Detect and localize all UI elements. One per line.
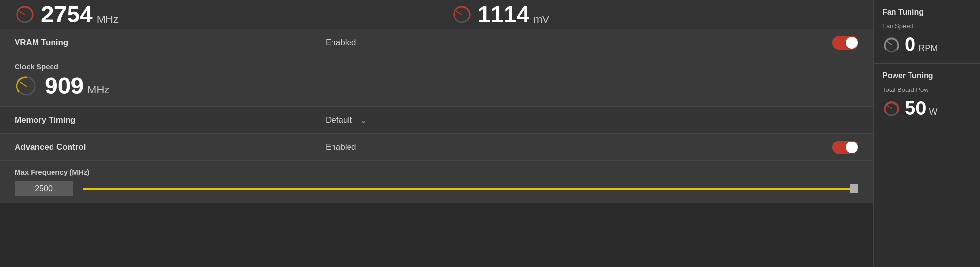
voltage-unit: mV (533, 13, 549, 29)
fan-speed-value: 0 (905, 34, 915, 55)
advanced-control-toggle-thumb (846, 142, 858, 153)
power-tuning-title: Power Tuning (882, 71, 971, 80)
vram-tuning-row: VRAM Tuning Enabled (0, 29, 873, 56)
fan-speed-unit: RPM (918, 43, 938, 55)
gpu-clock-value: 2754 (41, 3, 93, 26)
clock-speed-dial-icon (15, 74, 38, 98)
svg-line-1 (19, 11, 25, 15)
fan-speed-label: Fan Speed (882, 22, 971, 30)
vram-tuning-toggle[interactable] (832, 36, 858, 50)
voltage-block: 1114 mV (437, 0, 874, 29)
total-board-power-value: 50 (905, 97, 927, 119)
fan-tuning-title: Fan Tuning (882, 8, 971, 17)
slider-track (83, 188, 858, 190)
advanced-control-value-text: Enabled (326, 142, 356, 152)
slider-track-wrapper[interactable] (83, 187, 858, 191)
gpu-clock-unit: MHz (97, 13, 119, 29)
svg-line-7 (887, 42, 892, 45)
advanced-control-value-container: Enabled (326, 141, 858, 154)
svg-line-5 (20, 82, 26, 86)
max-frequency-row: Max Frequency (MHz) (0, 161, 873, 203)
right-sidebar: Fan Tuning Fan Speed 0 RPM Power Tuning … (873, 0, 980, 267)
total-board-power-dial-icon (882, 99, 901, 118)
memory-timing-value-text: Default (326, 115, 352, 125)
advanced-control-label: Advanced Control (15, 142, 326, 152)
voltage-value: 1114 (478, 3, 530, 26)
clock-speed-label: Clock Speed (15, 62, 858, 71)
advanced-control-row: Advanced Control Enabled (0, 134, 873, 161)
vram-tuning-toggle-thumb (846, 37, 858, 49)
slider-thumb[interactable] (850, 184, 858, 193)
svg-line-3 (456, 11, 462, 15)
fan-speed-dial-icon (882, 36, 901, 54)
advanced-control-toggle[interactable] (832, 141, 858, 154)
memory-timing-label: Memory Timing (15, 115, 326, 125)
left-panel: 2754 MHz 1114 mV VRAM Tuning (0, 0, 873, 267)
max-frequency-input[interactable] (15, 181, 73, 196)
fan-speed-metric: 0 RPM (882, 34, 971, 55)
main-container: 2754 MHz 1114 mV VRAM Tuning (0, 0, 980, 267)
slider-container (15, 181, 858, 196)
fan-tuning-section: Fan Tuning Fan Speed 0 RPM (874, 0, 980, 64)
gpu-clock-dial-icon (15, 4, 35, 25)
vram-tuning-value-text: Enabled (326, 38, 356, 48)
advanced-control-toggle-track[interactable] (832, 141, 858, 154)
vram-tuning-label: VRAM Tuning (15, 38, 326, 48)
svg-line-9 (887, 106, 892, 108)
memory-timing-chevron-icon: ⌄ (360, 115, 367, 125)
clock-speed-row: Clock Speed 909 MHz (0, 56, 873, 107)
max-frequency-label: Max Frequency (MHz) (15, 168, 858, 176)
gpu-clock-block: 2754 MHz (0, 0, 437, 29)
settings-section: VRAM Tuning Enabled Clock Speed (0, 29, 873, 267)
clock-speed-value: 909 (45, 72, 84, 99)
memory-timing-row: Memory Timing Default ⌄ (0, 107, 873, 134)
top-metrics-row: 2754 MHz 1114 mV (0, 0, 873, 29)
vram-tuning-value-container: Enabled (326, 36, 858, 50)
clock-speed-unit: MHz (88, 84, 109, 99)
total-board-power-metric: 50 W (882, 97, 971, 119)
total-board-power-label: Total Board Pow (882, 86, 971, 93)
power-tuning-section: Power Tuning Total Board Pow 50 W (874, 64, 980, 127)
vram-tuning-toggle-track[interactable] (832, 36, 858, 50)
total-board-power-unit: W (929, 107, 938, 119)
clock-speed-value-row: 909 MHz (15, 72, 858, 99)
memory-timing-value-container[interactable]: Default ⌄ (326, 115, 858, 125)
voltage-dial-icon (452, 4, 472, 25)
